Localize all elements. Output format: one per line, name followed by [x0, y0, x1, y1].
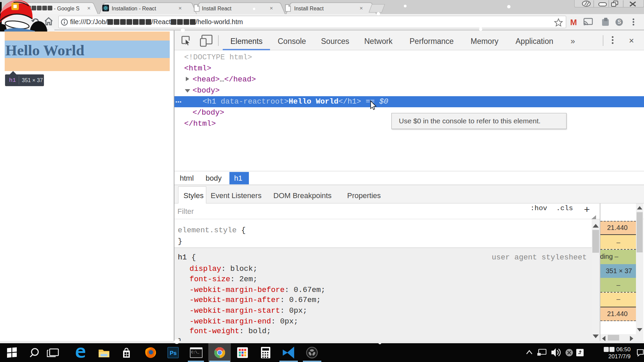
svg-text:Ps: Ps — [170, 350, 177, 356]
svg-text:C:\_: C:\_ — [191, 351, 200, 354]
